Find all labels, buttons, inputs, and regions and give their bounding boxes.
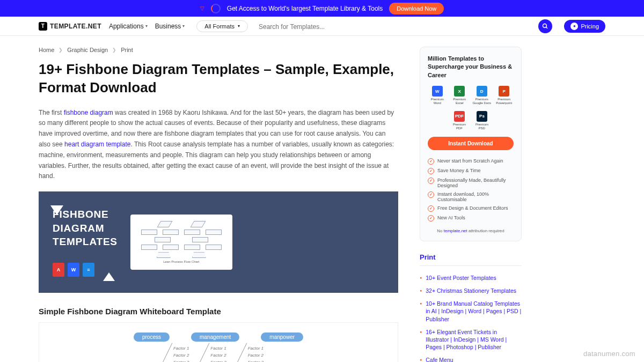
pricing-button[interactable]: Pricing	[564, 20, 605, 33]
intro-paragraph: The first fishbone diagram was created i…	[39, 108, 398, 182]
app-item[interactable]: DPremium Google Docs	[472, 86, 492, 105]
heart-diagram-link[interactable]: heart diagram template	[64, 141, 130, 148]
hero-line: DIAGRAM	[53, 221, 118, 235]
triangle-icon	[50, 205, 63, 215]
app-item[interactable]: PDFPremium PDF	[450, 111, 469, 130]
wb-factor: Factor 1	[173, 346, 189, 351]
breadcrumb-graphic[interactable]: Graphic Design	[67, 47, 108, 53]
search-icon	[542, 23, 548, 29]
sidebar-link[interactable]: 16+ Elegant Event Tickets in Illustrator…	[426, 328, 522, 351]
search-input[interactable]	[259, 23, 531, 31]
download-now-button[interactable]: Download Now	[389, 3, 444, 14]
chevron-right-icon: ❯	[58, 47, 63, 53]
attr-text: attribution required	[467, 228, 504, 233]
banner-arrow-icon: ▽	[200, 5, 204, 11]
sidebar-link-item: Cafe Menu	[420, 353, 522, 362]
app-icon: PDF	[454, 111, 465, 122]
sidebar-heading: Print	[420, 253, 522, 266]
hero-banner: FISHBONE DIAGRAM TEMPLATES A W ≡ Lean Pr…	[39, 191, 398, 293]
app-item[interactable]: PsPremium PSD	[472, 111, 492, 130]
gdoc-icon: ≡	[83, 263, 94, 277]
wb-factor: Factor 3	[210, 360, 226, 362]
triangle-icon	[103, 272, 115, 281]
search-container	[259, 21, 531, 31]
app-icon: D	[477, 86, 487, 97]
hero-line: TEMPLATES	[53, 235, 118, 249]
breadcrumb-home[interactable]: Home	[39, 47, 54, 53]
logo[interactable]: T TEMPLATE.NET	[39, 22, 101, 31]
wb-factor: Factor 3	[173, 360, 189, 362]
app-item[interactable]: XPremium Excel	[450, 86, 470, 105]
sidebar: Million Templates to Supercharge your Bu…	[420, 47, 522, 362]
chevron-right-icon: ❯	[112, 47, 116, 53]
app-label: Premium Powerpoint	[495, 98, 514, 105]
sidebar-links: 10+ Event Poster Templates32+ Christmas …	[420, 271, 522, 362]
wb-factor: Factor 2	[210, 353, 226, 358]
app-item[interactable]: WPremium Word	[428, 86, 447, 105]
promo-card: Million Templates to Supercharge your Bu…	[420, 47, 522, 241]
app-label: Premium PSD	[472, 123, 492, 130]
hero-card-label: Lean Process Flow Chart	[138, 260, 225, 263]
feature-item: Free Design & Document Editors	[428, 204, 514, 213]
app-icon: W	[432, 86, 443, 97]
feature-item: Never start from Scratch Again	[428, 157, 514, 166]
header: T TEMPLATE.NET Applications Business All…	[0, 17, 644, 36]
breadcrumb: Home ❯ Graphic Design ❯ Print	[39, 47, 398, 53]
page-title: 19+ Fishbone Diagram Templates – Sample,…	[39, 61, 398, 97]
brand-text: TEMPLATE.NET	[50, 23, 101, 30]
promo-title: Million Templates to Supercharge your Bu…	[428, 55, 514, 79]
sidebar-link-item: 32+ Christmas Stationery Templates	[420, 284, 522, 297]
sidebar-link-item: 10+ Event Poster Templates	[420, 271, 522, 284]
wb-category: process	[134, 333, 170, 342]
app-icon: X	[454, 86, 465, 97]
feature-item: Save Money & Time	[428, 166, 514, 176]
spinner-icon	[211, 4, 221, 13]
sidebar-link[interactable]: 32+ Christmas Stationery Templates	[426, 287, 516, 294]
instant-download-button[interactable]: Instant Download	[428, 137, 514, 150]
wb-category: management	[191, 333, 239, 342]
nav-business[interactable]: Business	[155, 23, 185, 30]
formats-dropdown[interactable]: All Formats	[196, 20, 248, 32]
attribution-link[interactable]: template.net	[444, 228, 467, 233]
feature-list: Never start from Scratch AgainSave Money…	[428, 157, 514, 223]
app-label: Premium PDF	[450, 123, 469, 130]
search-button[interactable]	[538, 19, 552, 33]
hero-preview-card: Lean Process Flow Chart	[130, 215, 232, 270]
sidebar-link[interactable]: Cafe Menu	[426, 356, 453, 362]
attribution-text: No template.net attribution required	[428, 228, 514, 233]
app-label: Premium Excel	[450, 98, 470, 105]
whiteboard-preview: process management manpower Factor 1Fact…	[39, 322, 398, 362]
breadcrumb-print[interactable]: Print	[121, 47, 133, 53]
attr-text: No	[437, 228, 443, 233]
wb-factor: Factor 1	[210, 346, 226, 351]
sidebar-link-item: 16+ Elegant Event Tickets in Illustrator…	[420, 326, 522, 354]
fishbone-link[interactable]: fishbone diagram	[64, 109, 113, 116]
feature-item: Professionally Made, Beautifully Designe…	[428, 176, 514, 190]
pdf-icon: A	[53, 263, 64, 277]
app-label: Premium Word	[428, 98, 447, 105]
main-content: Home ❯ Graphic Design ❯ Print 19+ Fishbo…	[39, 47, 398, 362]
app-item[interactable]: PPremium Powerpoint	[495, 86, 514, 105]
feature-item: Instant download, 100% Customisable	[428, 190, 514, 204]
wb-factor: Factor 2	[173, 353, 189, 358]
svg-line-1	[546, 27, 548, 28]
banner-text: Get Access to World's largest Template L…	[227, 5, 383, 12]
word-icon: W	[68, 263, 79, 277]
nav-applications[interactable]: Applications	[109, 23, 148, 30]
wb-factor: Factor 3	[248, 360, 264, 362]
sidebar-link[interactable]: 10+ Brand Manual Catalog Templates in AI…	[426, 300, 522, 323]
pricing-label: Pricing	[581, 23, 599, 29]
app-icon: Ps	[477, 111, 487, 122]
watermark: datanumen.com	[583, 350, 635, 358]
feature-item: New AI Tools	[428, 213, 514, 223]
sidebar-link-item: 10+ Brand Manual Catalog Templates in AI…	[420, 297, 522, 326]
promo-banner: ▽ Get Access to World's largest Template…	[0, 0, 644, 17]
wb-category: manpower	[261, 333, 303, 342]
svg-point-0	[543, 24, 547, 27]
section-heading: Simple Fishbone Diagram Whiteboard Templ…	[39, 307, 398, 316]
wb-factor: Factor 1	[248, 346, 264, 351]
logo-icon: T	[39, 22, 47, 31]
sidebar-link[interactable]: 10+ Event Poster Templates	[426, 274, 496, 282]
wb-factor: Factor 2	[248, 353, 264, 358]
app-icon: P	[499, 86, 509, 97]
